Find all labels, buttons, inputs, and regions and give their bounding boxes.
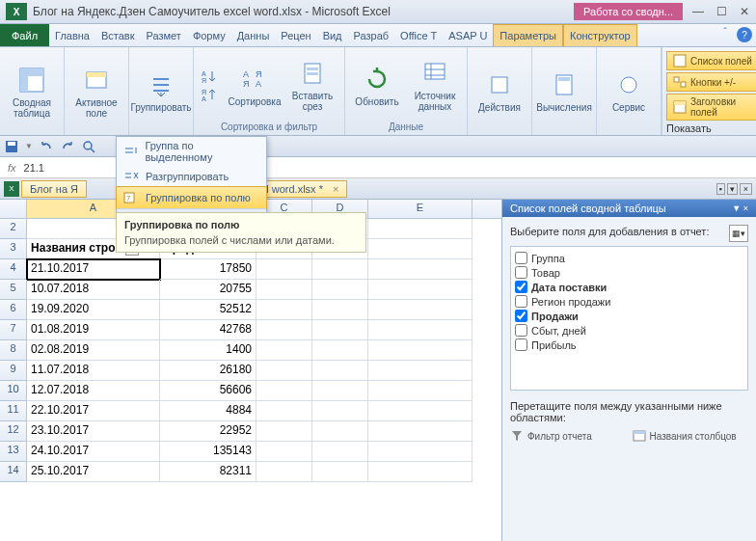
- field-item[interactable]: Группа: [515, 251, 743, 265]
- row-head[interactable]: 7: [0, 320, 27, 340]
- cell-date[interactable]: 02.08.2019: [27, 340, 160, 361]
- cell-date[interactable]: 12.07.2018: [27, 381, 160, 401]
- cell-sales[interactable]: 42768: [160, 320, 256, 340]
- cell-sales[interactable]: 56606: [160, 381, 256, 401]
- tab-dropdown-icon[interactable]: ▾: [727, 183, 738, 195]
- drop-report-filter[interactable]: Фильтр отчета: [510, 429, 627, 445]
- doc-tab-1[interactable]: Блог на Я: [21, 180, 87, 198]
- cell-sales[interactable]: 17850: [160, 259, 256, 280]
- menu-ungroup[interactable]: Разгруппировать: [117, 166, 266, 187]
- tab-close-icon[interactable]: ×: [740, 183, 752, 195]
- data-source-button[interactable]: Источник данных: [407, 56, 463, 114]
- col-head-e[interactable]: E: [368, 200, 472, 218]
- tab-insert[interactable]: Вставк: [95, 24, 141, 46]
- save-icon[interactable]: [4, 139, 19, 154]
- row-head[interactable]: 6: [0, 300, 27, 320]
- row-head[interactable]: 12: [0, 421, 27, 442]
- tab-options[interactable]: Параметры: [493, 24, 563, 46]
- pivot-table-button[interactable]: Сводная таблица: [4, 63, 60, 121]
- row-head[interactable]: 4: [0, 259, 27, 280]
- cell-date[interactable]: 10.07.2018: [27, 280, 160, 300]
- formula-value[interactable]: 21.1: [24, 162, 44, 174]
- tab-review[interactable]: Рецен: [275, 24, 316, 46]
- maximize-button[interactable]: ☐: [710, 3, 733, 20]
- field-item[interactable]: Товар: [515, 265, 743, 280]
- active-field-button[interactable]: Активное поле: [68, 63, 124, 121]
- calculations-button[interactable]: Вычисления: [536, 68, 592, 115]
- file-tab[interactable]: Файл: [0, 24, 49, 46]
- sort-desc-button[interactable]: ЯА: [198, 86, 221, 103]
- undo-icon[interactable]: [39, 139, 54, 154]
- buttons-toggle[interactable]: Кнопки +/-: [666, 72, 756, 92]
- tab-design[interactable]: Конструктор: [563, 24, 637, 46]
- field-checkbox[interactable]: [515, 338, 527, 351]
- cell-date[interactable]: 23.10.2017: [27, 421, 160, 442]
- field-item[interactable]: Регион продажи: [515, 294, 743, 309]
- field-checkbox[interactable]: [515, 310, 527, 322]
- field-checkbox[interactable]: [515, 281, 527, 293]
- cell-date[interactable]: 01.08.2019: [27, 320, 160, 340]
- field-checkbox[interactable]: [515, 252, 527, 264]
- row-head[interactable]: 13: [0, 442, 27, 462]
- sort-asc-button[interactable]: АЯ: [198, 68, 221, 85]
- tab-home[interactable]: Главна: [49, 24, 95, 46]
- close-button[interactable]: ✕: [733, 3, 756, 20]
- row-head[interactable]: 5: [0, 280, 27, 300]
- drop-column-labels[interactable]: Названия столбцов: [633, 429, 749, 445]
- field-item[interactable]: Продажи: [515, 309, 743, 323]
- field-checkbox[interactable]: [515, 266, 527, 279]
- row-head[interactable]: 2: [0, 219, 27, 239]
- help-icon[interactable]: ?: [737, 27, 752, 42]
- minimize-button[interactable]: —: [687, 3, 710, 20]
- tab-nav-icon[interactable]: ▪: [716, 183, 725, 195]
- actions-button[interactable]: Действия: [472, 68, 527, 115]
- tab-data[interactable]: Данны: [231, 24, 276, 46]
- redo-icon[interactable]: [60, 139, 75, 154]
- cell-sales[interactable]: 4884: [160, 401, 256, 421]
- group-button[interactable]: Группировать: [133, 68, 189, 115]
- row-head[interactable]: 10: [0, 381, 27, 401]
- service-button[interactable]: Сервис: [601, 68, 657, 115]
- cell-date[interactable]: 21.10.2017: [27, 259, 160, 280]
- tab-asap[interactable]: ASAP U: [443, 24, 493, 46]
- row-head[interactable]: 3: [0, 239, 27, 259]
- row-head[interactable]: 9: [0, 361, 27, 381]
- tab-dev[interactable]: Разраб: [348, 24, 395, 46]
- cell-sales[interactable]: 22952: [160, 421, 256, 442]
- cell-date[interactable]: 24.10.2017: [27, 442, 160, 462]
- cell-date[interactable]: 25.10.2017: [27, 462, 160, 482]
- row-head[interactable]: 14: [0, 462, 27, 482]
- cell-sales[interactable]: 82311: [160, 462, 256, 482]
- print-preview-icon[interactable]: [81, 139, 96, 154]
- row-head[interactable]: 8: [0, 340, 27, 361]
- menu-group-field[interactable]: 7Группировка по полю: [116, 186, 267, 209]
- field-list-toggle[interactable]: Список полей: [666, 51, 756, 70]
- slicer-button[interactable]: Вставить срез: [284, 56, 340, 114]
- cell-sales[interactable]: 20755: [160, 280, 256, 300]
- cell-date[interactable]: 22.10.2017: [27, 401, 160, 421]
- field-list-box[interactable]: ГруппаТоварДата поставкиРегион продажиПр…: [510, 246, 748, 391]
- fx-icon[interactable]: fx: [8, 162, 16, 174]
- field-headers-toggle[interactable]: Заголовки полей: [666, 94, 756, 121]
- field-checkbox[interactable]: [515, 324, 527, 337]
- menu-group-selection[interactable]: Группа по выделенному: [117, 137, 266, 166]
- field-item[interactable]: Дата поставки: [515, 280, 743, 294]
- tab-view[interactable]: Вид: [317, 24, 348, 46]
- field-item[interactable]: Сбыт, дней: [515, 323, 743, 338]
- tab-office[interactable]: Office T: [394, 24, 443, 46]
- row-head[interactable]: 11: [0, 401, 27, 421]
- tab-formulas[interactable]: Форму: [187, 24, 231, 46]
- cell-date[interactable]: 19.09.2020: [27, 300, 160, 320]
- minimize-ribbon-icon[interactable]: ˆ: [717, 24, 733, 40]
- tab-layout[interactable]: Размет: [141, 24, 187, 46]
- field-item[interactable]: Прибыль: [515, 338, 743, 352]
- field-checkbox[interactable]: [515, 295, 527, 308]
- refresh-button[interactable]: Обновить: [349, 62, 405, 109]
- sort-button[interactable]: АЯЯАСортировка: [227, 62, 283, 109]
- cell-sales[interactable]: 26180: [160, 361, 256, 381]
- field-list-close-icon[interactable]: ▼ ×: [732, 203, 748, 213]
- cell-date[interactable]: 11.07.2018: [27, 361, 160, 381]
- cell-sales[interactable]: 52512: [160, 300, 256, 320]
- layout-options-icon[interactable]: ▦▾: [729, 225, 748, 242]
- cell-sales[interactable]: 135143: [160, 442, 256, 462]
